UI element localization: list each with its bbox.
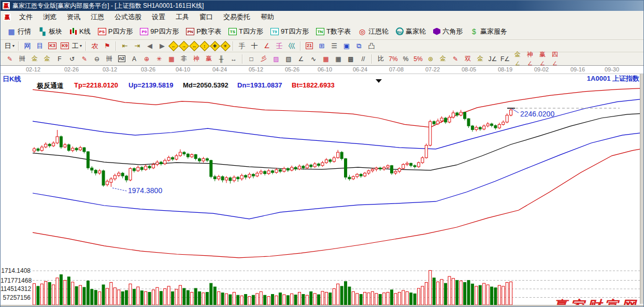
tool-network-overlay[interactable]: 网 — [22, 41, 33, 51]
tool-angle-tool[interactable]: ∠ — [261, 41, 273, 51]
tool-box-select[interactable]: □ — [246, 54, 257, 64]
tool-web-square[interactable]: ▦ — [166, 54, 177, 64]
tool-grid-dense[interactable]: ▩ — [345, 54, 356, 64]
tool-wave-tool[interactable]: 巛 — [286, 41, 297, 51]
tool-spiral-tool[interactable]: ↺ — [66, 54, 78, 64]
tool-quote-ladder[interactable]: 非 — [178, 54, 190, 64]
menu-item-6[interactable]: 工具 — [170, 12, 194, 22]
tool-candle-style-dropdown[interactable]: 工▼ — [71, 41, 83, 51]
tool-k9-cycle[interactable]: K9 — [59, 41, 70, 51]
toolbar-button-winner-service[interactable]: $赢家服务 — [466, 25, 511, 38]
toolbar-button-winner-wheel[interactable]: Big赢家轮 — [392, 25, 430, 38]
menu-item-5[interactable]: 设置 — [147, 12, 170, 22]
tool-fib-lines[interactable]: F — [54, 54, 65, 64]
tool-stock-info[interactable]: 目 — [34, 41, 46, 51]
tool-ying-grid[interactable]: 赢 — [203, 54, 214, 64]
menu-item-2[interactable]: 资讯 — [62, 12, 85, 22]
toolbar-button-gann-wheel[interactable]: ◎江恩轮 — [354, 25, 392, 38]
tool-gann-ruler[interactable]: 壬 — [274, 41, 285, 51]
tool-grid-red[interactable]: ▦ — [320, 54, 332, 64]
tool-save-tool[interactable]: ▣ — [341, 41, 352, 51]
tool-marker-pen[interactable]: ✎ — [450, 54, 461, 64]
title-bar[interactable]: 赢 赢家江恩专业版[赢家内部服务平台] - [上证指数 SH1A0001-161… — [1, 1, 643, 11]
tool-gann-cross[interactable]: ✚ — [210, 41, 220, 51]
toolbar-button-p-number-table[interactable]: PNP数字表 — [182, 25, 225, 38]
toolbar-button-quotes[interactable]: ▦行情 — [4, 25, 35, 38]
tool-double-pattern[interactable]: 双 — [462, 54, 474, 64]
menu-item-4[interactable]: 公式选股 — [109, 12, 147, 22]
tool-four-angle[interactable]: 四∠ — [549, 54, 561, 64]
tool-f-angle[interactable]: F∠ — [499, 54, 511, 64]
tool-j-angle[interactable]: J∠ — [487, 54, 498, 64]
toolbar-button-t-number-table[interactable]: TNT数字表 — [312, 25, 354, 38]
tool-knife-pen[interactable]: ✎ — [79, 54, 90, 64]
tool-gann-arrow-left[interactable]: ← — [168, 41, 179, 51]
tool-export-tool[interactable]: ⧉ — [353, 41, 365, 51]
tool-gann-circle[interactable]: ⊕ — [141, 54, 152, 64]
tool-next-bar[interactable]: ▶ — [156, 41, 168, 51]
tool-grid-black[interactable]: ▦ — [333, 54, 344, 64]
tool-lunar-calendar[interactable]: 农 — [89, 41, 101, 51]
tool-vertical-lines[interactable]: 卌 — [17, 54, 28, 64]
menu-item-8[interactable]: 交易委托 — [218, 12, 255, 22]
tool-calculator-tool[interactable]: ⊞ — [316, 41, 327, 51]
tool-first-bar[interactable]: ⇤ — [119, 41, 131, 51]
tool-calendar-tool[interactable]: 21 — [304, 41, 315, 51]
tool-gann-arrow-right[interactable]: → — [179, 41, 189, 51]
tool-ratio-ladder[interactable]: 比 — [375, 54, 387, 64]
tool-wave-polyline[interactable]: ∿ — [308, 54, 319, 64]
tool-fan-square-pink[interactable]: ▨ — [270, 54, 282, 64]
tool-flag-marker[interactable]: ⚑ — [102, 41, 113, 51]
tool-gold-lines-b[interactable]: 金 — [41, 54, 53, 64]
tool-gann-arrow-v[interactable]: ↕ — [199, 41, 210, 51]
tool-angle-rays[interactable]: ∠ — [295, 54, 307, 64]
kline-chart-canvas[interactable]: 2246.02001974.3800 — [1, 66, 644, 305]
menu-item-7[interactable]: 窗口 — [194, 12, 218, 22]
menu-item-1[interactable]: 浏览 — [38, 12, 62, 22]
tool-slash-lines[interactable]: // — [357, 54, 369, 64]
tool-notes-tool[interactable]: ☰ — [328, 41, 340, 51]
tool-percent[interactable]: % — [400, 54, 411, 64]
tool-print-tool[interactable]: 凸 — [366, 41, 377, 51]
tool-ying-angle[interactable]: 赢∠ — [537, 54, 548, 64]
toolbar-button-9t-square[interactable]: T99T四方形 — [267, 25, 312, 38]
tool-gold-circle[interactable]: ⊛ — [425, 54, 436, 64]
tool-gold-lines-a[interactable]: 金 — [29, 54, 40, 64]
tool-hand-tool[interactable]: 手 — [236, 41, 248, 51]
tool-span-measure[interactable]: ↔ — [228, 54, 239, 64]
tool-circle-cycle[interactable]: ⊖ — [91, 54, 103, 64]
bottom-scroll-strip[interactable] — [1, 305, 643, 307]
tool-spider-web[interactable]: ✳ — [153, 54, 165, 64]
collapse-marker-icon[interactable] — [376, 79, 382, 83]
tool-last-bar[interactable]: ⇥ — [132, 41, 143, 51]
tool-draw-pen[interactable]: ✎ — [4, 54, 16, 64]
toolbar-button-t-square[interactable]: TST四方形 — [225, 25, 267, 38]
tool-gold-angle[interactable]: 金∠ — [512, 54, 523, 64]
toolbar-button-kline[interactable]: K线 — [66, 25, 94, 38]
tool-k3-cycle[interactable]: K3 — [47, 41, 58, 51]
toolbar-button-p-square[interactable]: PSP四方形 — [94, 25, 137, 38]
menu-item-9[interactable]: 帮助 — [255, 12, 279, 22]
tool-time-lines[interactable]: 卌 — [104, 54, 115, 64]
tool-crosshair-tool[interactable]: 十 — [249, 41, 260, 51]
tool-fan-square[interactable]: ▧ — [283, 54, 294, 64]
tool-square-lines[interactable]: n2 — [116, 54, 127, 64]
tool-percent-five[interactable]: 5% — [412, 54, 424, 64]
tool-gold-mark[interactable]: 金 — [475, 54, 486, 64]
menu-item-0[interactable]: 文件 — [14, 12, 38, 22]
tool-gann-arrow-h[interactable]: ↔ — [189, 41, 199, 51]
tool-period-day-dropdown[interactable]: 日▼ — [4, 41, 16, 51]
right-scroll-strip[interactable] — [640, 74, 644, 304]
tool-shen-angle[interactable]: 神∠ — [524, 54, 536, 64]
toolbar-button-hexagon[interactable]: 六角形 — [430, 25, 466, 38]
menu-item-3[interactable]: 江恩 — [85, 12, 109, 22]
tool-mirror-line[interactable]: A — [128, 54, 140, 64]
tool-fan-lines[interactable]: 彡 — [258, 54, 269, 64]
tool-gann-star[interactable]: ✳ — [220, 41, 231, 51]
tool-prev-bar[interactable]: ◀ — [144, 41, 155, 51]
tool-gold-bar[interactable]: 金 — [437, 54, 449, 64]
tool-ruler-scale[interactable]: ╫ — [216, 54, 227, 64]
tool-shen-grid[interactable]: 神 — [191, 54, 202, 64]
tool-percent-seven[interactable]: 7% — [388, 54, 399, 64]
toolbar-button-9p-square[interactable]: P99P四方形 — [136, 25, 182, 38]
